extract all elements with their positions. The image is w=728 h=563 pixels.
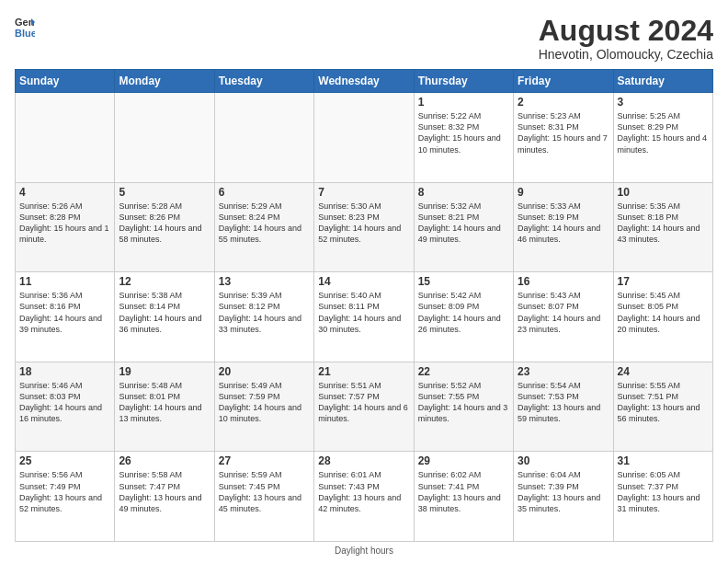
table-row: 27Sunrise: 5:59 AMSunset: 7:45 PMDayligh… xyxy=(214,452,313,542)
day-info: Sunrise: 5:49 AMSunset: 7:59 PMDaylight:… xyxy=(219,380,310,425)
table-row: 30Sunrise: 6:04 AMSunset: 7:39 PMDayligh… xyxy=(514,452,613,542)
table-row: 29Sunrise: 6:02 AMSunset: 7:41 PMDayligh… xyxy=(414,452,513,542)
col-monday: Monday xyxy=(115,70,214,93)
table-row: 12Sunrise: 5:38 AMSunset: 8:14 PMDayligh… xyxy=(115,272,214,362)
svg-text:Blue: Blue xyxy=(15,28,35,39)
table-row: 9Sunrise: 5:33 AMSunset: 8:19 PMDaylight… xyxy=(514,182,613,272)
table-row xyxy=(314,93,414,183)
day-info: Sunrise: 5:39 AMSunset: 8:12 PMDaylight:… xyxy=(219,290,310,335)
day-info: Sunrise: 5:54 AMSunset: 7:53 PMDaylight:… xyxy=(518,380,609,425)
day-info: Sunrise: 5:23 AMSunset: 8:31 PMDaylight:… xyxy=(518,110,609,155)
day-number: 10 xyxy=(618,186,709,199)
table-row: 15Sunrise: 5:42 AMSunset: 8:09 PMDayligh… xyxy=(414,272,513,362)
day-info: Sunrise: 6:04 AMSunset: 7:39 PMDaylight:… xyxy=(518,469,609,514)
day-info: Sunrise: 5:40 AMSunset: 8:11 PMDaylight:… xyxy=(318,290,409,335)
day-info: Sunrise: 5:35 AMSunset: 8:18 PMDaylight:… xyxy=(618,201,709,246)
day-info: Sunrise: 5:29 AMSunset: 8:24 PMDaylight:… xyxy=(219,201,310,246)
table-row: 31Sunrise: 6:05 AMSunset: 7:37 PMDayligh… xyxy=(613,452,712,542)
day-info: Sunrise: 5:55 AMSunset: 7:51 PMDaylight:… xyxy=(618,380,709,425)
table-row: 1Sunrise: 5:22 AMSunset: 8:32 PMDaylight… xyxy=(414,93,513,183)
day-number: 11 xyxy=(19,275,110,288)
col-tuesday: Tuesday xyxy=(214,70,313,93)
day-info: Sunrise: 5:46 AMSunset: 8:03 PMDaylight:… xyxy=(19,380,110,425)
table-row: 11Sunrise: 5:36 AMSunset: 8:16 PMDayligh… xyxy=(16,272,115,362)
table-row: 22Sunrise: 5:52 AMSunset: 7:55 PMDayligh… xyxy=(414,362,513,452)
day-number: 18 xyxy=(19,365,110,378)
day-number: 30 xyxy=(518,454,609,467)
main-title: August 2024 xyxy=(539,15,713,47)
day-info: Sunrise: 5:36 AMSunset: 8:16 PMDaylight:… xyxy=(19,290,110,335)
table-row xyxy=(115,93,214,183)
day-number: 25 xyxy=(19,454,110,467)
day-info: Sunrise: 6:02 AMSunset: 7:41 PMDaylight:… xyxy=(418,469,509,514)
day-info: Sunrise: 5:38 AMSunset: 8:14 PMDaylight:… xyxy=(119,290,210,335)
day-info: Sunrise: 5:42 AMSunset: 8:09 PMDaylight:… xyxy=(418,290,509,335)
day-info: Sunrise: 5:56 AMSunset: 7:49 PMDaylight:… xyxy=(19,469,110,514)
day-info: Sunrise: 5:51 AMSunset: 7:57 PMDaylight:… xyxy=(318,380,409,425)
day-number: 23 xyxy=(518,365,609,378)
day-info: Sunrise: 5:22 AMSunset: 8:32 PMDaylight:… xyxy=(418,110,509,155)
col-saturday: Saturday xyxy=(613,70,712,93)
table-row: 10Sunrise: 5:35 AMSunset: 8:18 PMDayligh… xyxy=(613,182,712,272)
table-row: 4Sunrise: 5:26 AMSunset: 8:28 PMDaylight… xyxy=(16,182,115,272)
day-number: 29 xyxy=(418,454,509,467)
footer-note: Daylight hours xyxy=(15,546,713,556)
day-number: 13 xyxy=(219,275,310,288)
table-row xyxy=(16,93,115,183)
logo: General Blue xyxy=(15,15,35,35)
day-number: 6 xyxy=(219,186,310,199)
day-number: 7 xyxy=(318,186,409,199)
day-info: Sunrise: 5:30 AMSunset: 8:23 PMDaylight:… xyxy=(318,201,409,246)
day-number: 15 xyxy=(418,275,509,288)
title-block: August 2024 Hnevotin, Olomoucky, Czechia xyxy=(539,15,713,62)
day-number: 8 xyxy=(418,186,509,199)
day-info: Sunrise: 5:25 AMSunset: 8:29 PMDaylight:… xyxy=(618,110,709,155)
day-info: Sunrise: 5:59 AMSunset: 7:45 PMDaylight:… xyxy=(219,469,310,514)
day-info: Sunrise: 5:52 AMSunset: 7:55 PMDaylight:… xyxy=(418,380,509,425)
table-row: 2Sunrise: 5:23 AMSunset: 8:31 PMDaylight… xyxy=(514,93,613,183)
table-row: 24Sunrise: 5:55 AMSunset: 7:51 PMDayligh… xyxy=(613,362,712,452)
logo-icon: General Blue xyxy=(15,15,35,35)
table-row: 13Sunrise: 5:39 AMSunset: 8:12 PMDayligh… xyxy=(214,272,313,362)
day-info: Sunrise: 5:45 AMSunset: 8:05 PMDaylight:… xyxy=(618,290,709,335)
header-row: Sunday Monday Tuesday Wednesday Thursday… xyxy=(16,70,713,93)
table-row: 26Sunrise: 5:58 AMSunset: 7:47 PMDayligh… xyxy=(115,452,214,542)
day-info: Sunrise: 5:26 AMSunset: 8:28 PMDaylight:… xyxy=(19,201,110,246)
calendar-table: Sunday Monday Tuesday Wednesday Thursday… xyxy=(15,69,713,542)
day-number: 24 xyxy=(618,365,709,378)
day-number: 28 xyxy=(318,454,409,467)
table-row: 5Sunrise: 5:28 AMSunset: 8:26 PMDaylight… xyxy=(115,182,214,272)
day-info: Sunrise: 5:32 AMSunset: 8:21 PMDaylight:… xyxy=(418,201,509,246)
col-wednesday: Wednesday xyxy=(314,70,414,93)
day-info: Sunrise: 5:43 AMSunset: 8:07 PMDaylight:… xyxy=(518,290,609,335)
table-row: 16Sunrise: 5:43 AMSunset: 8:07 PMDayligh… xyxy=(514,272,613,362)
col-sunday: Sunday xyxy=(16,70,115,93)
day-number: 20 xyxy=(219,365,310,378)
table-row: 6Sunrise: 5:29 AMSunset: 8:24 PMDaylight… xyxy=(214,182,313,272)
day-number: 2 xyxy=(518,96,609,109)
table-row xyxy=(214,93,313,183)
day-number: 1 xyxy=(418,96,509,109)
day-number: 4 xyxy=(19,186,110,199)
day-info: Sunrise: 6:05 AMSunset: 7:37 PMDaylight:… xyxy=(618,469,709,514)
table-row: 7Sunrise: 5:30 AMSunset: 8:23 PMDaylight… xyxy=(314,182,414,272)
table-row: 25Sunrise: 5:56 AMSunset: 7:49 PMDayligh… xyxy=(16,452,115,542)
day-number: 21 xyxy=(318,365,409,378)
day-info: Sunrise: 6:01 AMSunset: 7:43 PMDaylight:… xyxy=(318,469,409,514)
table-row: 28Sunrise: 6:01 AMSunset: 7:43 PMDayligh… xyxy=(314,452,414,542)
table-row: 17Sunrise: 5:45 AMSunset: 8:05 PMDayligh… xyxy=(613,272,712,362)
day-info: Sunrise: 5:28 AMSunset: 8:26 PMDaylight:… xyxy=(119,201,210,246)
calendar-row: 18Sunrise: 5:46 AMSunset: 8:03 PMDayligh… xyxy=(16,362,713,452)
day-number: 26 xyxy=(119,454,210,467)
page: General Blue August 2024 Hnevotin, Olomo… xyxy=(0,0,728,563)
day-number: 14 xyxy=(318,275,409,288)
header: General Blue August 2024 Hnevotin, Olomo… xyxy=(15,15,713,62)
calendar-row: 11Sunrise: 5:36 AMSunset: 8:16 PMDayligh… xyxy=(16,272,713,362)
table-row: 21Sunrise: 5:51 AMSunset: 7:57 PMDayligh… xyxy=(314,362,414,452)
day-number: 31 xyxy=(618,454,709,467)
day-number: 27 xyxy=(219,454,310,467)
day-info: Sunrise: 5:48 AMSunset: 8:01 PMDaylight:… xyxy=(119,380,210,425)
table-row: 14Sunrise: 5:40 AMSunset: 8:11 PMDayligh… xyxy=(314,272,414,362)
table-row: 8Sunrise: 5:32 AMSunset: 8:21 PMDaylight… xyxy=(414,182,513,272)
day-info: Sunrise: 5:33 AMSunset: 8:19 PMDaylight:… xyxy=(518,201,609,246)
